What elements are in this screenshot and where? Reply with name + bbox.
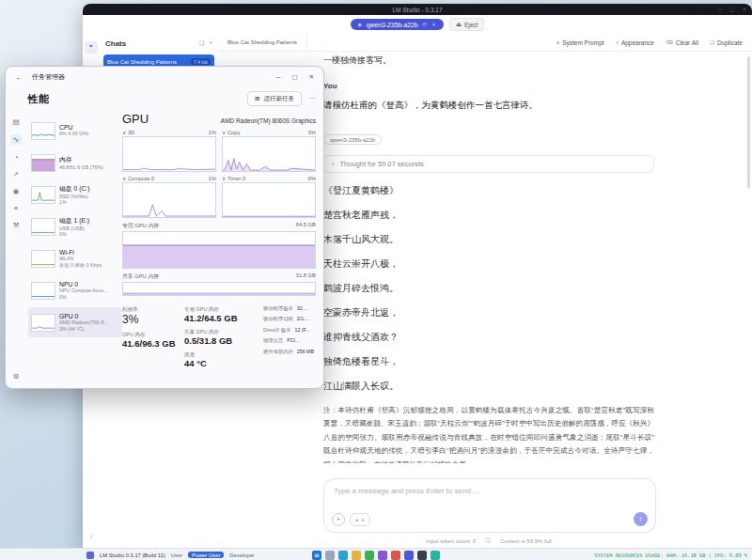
perf-item-disk1[interactable]: 磁盘 1 (E:) USB (USB) 0%	[28, 211, 122, 241]
duplicate-button[interactable]: ❏ Duplicate	[710, 39, 743, 46]
back-icon[interactable]: ←	[15, 73, 23, 82]
perf-item-memory[interactable]: 内存 46.8/61.6 GB (76%)	[28, 148, 122, 178]
settings-taskbar-icon[interactable]	[431, 551, 440, 560]
mode-power-user[interactable]: Power User	[188, 552, 224, 558]
lmstudio-title: LM Studio - 0.3.17	[392, 7, 442, 13]
info-icon[interactable]: ⓘ	[485, 537, 491, 545]
chevron-down-icon[interactable]: ∨	[122, 130, 126, 135]
startup-apps-icon[interactable]: ↗	[13, 170, 19, 179]
shared-stat-label: 共享 GPU 内存	[184, 329, 263, 335]
downloads-icon[interactable]: ↓	[83, 532, 100, 540]
perf-item-gpu0-selected[interactable]: GPU 0 AMD Radeon(TM) 8... 3% (44 °C)	[28, 307, 122, 337]
poem-line: 独倚危楼看星斗，	[323, 355, 654, 368]
performance-icon[interactable]: ∿	[10, 134, 22, 145]
eject-button[interactable]: ⏏ Eject	[449, 18, 485, 31]
chevron-down-icon[interactable]: ∨	[122, 176, 126, 181]
lmstudio-statusbar: LM Studio 0.3.17 (Build 11) User Power U…	[86, 549, 255, 560]
mode-developer[interactable]: Developer	[229, 552, 254, 558]
perf-item-sub: 46.8/61.6 GB (76%)	[59, 164, 103, 171]
reload-model-icon[interactable]: ⟳	[423, 22, 428, 27]
perf-item-name: Wi-Fi	[59, 249, 102, 256]
model-selector[interactable]: ◆ qwen3-235b-a22b ⟳ ✕	[351, 19, 444, 30]
desktop: LM Studio - 0.3.17 ─ ▢ ✕ ◆ qwen3-235b-a2…	[0, 0, 752, 560]
perf-item-disk0[interactable]: 磁盘 0 (C:) SSD (NVMe) 1%	[28, 179, 122, 210]
perf-item-sub: 9% 4.39 GHz	[59, 131, 89, 137]
start-button[interactable]: ⊞	[312, 551, 321, 560]
maximize-icon[interactable]: ▢	[291, 73, 297, 81]
performance-header: 性能 ⊞ 运行新任务 ⋯	[28, 87, 316, 110]
settings-gear-icon[interactable]: ⚙	[6, 372, 26, 381]
more-menu-icon[interactable]: ⋯	[309, 95, 316, 102]
tab-blue-cat-shedding-patterns[interactable]: Blue Cat Shedding Patterns	[218, 34, 307, 51]
search-icon[interactable]	[325, 551, 335, 560]
chat-icon[interactable]: ❞	[85, 41, 98, 54]
processes-icon[interactable]: ▤	[12, 117, 19, 126]
task-manager-window: ← 任务管理器 ─ ▢ ✕ 性能 ⊞ 运行新任务 ⋯ ▤ ∿ ◔ ↗ ◉ ≡ ⚒…	[5, 66, 324, 389]
perf-item-sub2: 0%	[59, 231, 89, 238]
edge-browser-icon[interactable]	[365, 551, 374, 560]
maximize-icon[interactable]: ▢	[729, 7, 734, 12]
temperature-label: 温度	[184, 351, 263, 358]
cpu-sparkline	[31, 122, 55, 140]
close-icon[interactable]: ✕	[309, 73, 314, 81]
page-title: 性能	[28, 92, 49, 106]
perf-item-name: 磁盘 0 (C:)	[59, 184, 89, 194]
attach-icon[interactable]: +	[332, 513, 345, 526]
task-manager-titlebar[interactable]: ← 任务管理器 ─ ▢ ✕	[6, 67, 323, 87]
perf-item-npu0[interactable]: NPU 0 NPU Compute Acce... 0%	[28, 275, 122, 305]
memory-sparkline	[31, 154, 55, 172]
user-message: 请模仿杜甫的《登高》，为黄鹤楼创作一首七言律诗。	[323, 100, 654, 112]
minimize-icon[interactable]: ─	[276, 73, 281, 81]
gpu-heading: GPU	[122, 112, 149, 126]
users-icon[interactable]: ◉	[13, 187, 20, 195]
services-icon[interactable]: ⚒	[13, 221, 20, 229]
message-input[interactable]: Type a message and press Enter to send .…	[323, 478, 656, 533]
mail-icon[interactable]	[391, 551, 400, 560]
engine-label: Copy	[227, 130, 241, 135]
unload-model-icon[interactable]: ✕	[431, 22, 436, 27]
send-button[interactable]: ↑	[634, 512, 648, 526]
chevron-down-icon[interactable]: ∨	[222, 176, 226, 181]
appearance-button[interactable]: ◑ Appearance	[616, 39, 654, 46]
engine-label: Timer 0	[227, 176, 245, 181]
store-icon[interactable]	[378, 551, 387, 560]
previous-message-tail: 一楼独倚接客写。	[323, 54, 654, 67]
terminal-icon[interactable]	[417, 551, 427, 560]
chat-item-token-badge: 7.4 tok	[191, 58, 211, 65]
task-view-icon[interactable]	[338, 551, 348, 560]
driver-version-value: 32....	[297, 305, 308, 312]
details-icon[interactable]: ≡	[14, 204, 18, 212]
user-role-label: You	[323, 82, 654, 90]
close-icon[interactable]: ✕	[742, 7, 746, 12]
disk1-sparkline	[31, 218, 55, 236]
app-history-icon[interactable]: ◔	[14, 153, 19, 162]
thought-collapse[interactable]: › Thought for 59.07 seconds	[323, 155, 654, 173]
dedicated-memory-label: 专用 GPU 内存	[122, 222, 159, 230]
file-explorer-icon[interactable]	[352, 551, 361, 560]
physical-location-label: 物理位置	[263, 337, 283, 344]
mode-user[interactable]: User	[171, 552, 182, 558]
input-token-count: Input token count: 0	[426, 538, 476, 544]
run-task-icon: ⊞	[255, 95, 259, 102]
perf-item-cpu[interactable]: CPU 9% 4.39 GHz	[28, 116, 122, 146]
perf-item-sub2: 0%	[59, 294, 108, 301]
clear-all-button[interactable]: ⌫ Clear All	[666, 39, 698, 46]
voice-input-pill[interactable]: ● ≋	[350, 513, 370, 526]
chevron-down-icon[interactable]: ∨	[222, 130, 226, 135]
new-chat-icon[interactable]: +	[209, 39, 212, 47]
perf-item-wifi[interactable]: Wi-Fi WLAN 发送 0 接收 0 Kbps	[28, 243, 122, 273]
perf-item-name: NPU 0	[59, 281, 108, 288]
dedicated-stat-value: 41.2/64.5 GB	[184, 313, 263, 323]
new-folder-icon[interactable]: ❏	[198, 39, 204, 47]
shared-memory-label: 共享 GPU 内存	[122, 272, 159, 281]
run-new-task-button[interactable]: ⊞ 运行新任务	[247, 91, 302, 106]
minimize-icon[interactable]: ─	[718, 7, 722, 12]
shared-memory-max: 31.8 GB	[296, 272, 316, 281]
chat-scrollbar[interactable]	[747, 56, 750, 188]
lmstudio-titlebar[interactable]: LM Studio - 0.3.17 ─ ▢ ✕	[83, 4, 752, 15]
input-meta-row: Input token count: 0 ⓘ Context is 59.5% …	[323, 537, 654, 545]
chats-header: Chats ❏ +	[100, 34, 218, 53]
lmstudio-taskbar-icon[interactable]	[404, 551, 414, 560]
system-prompt-button[interactable]: ≡ System Prompt	[556, 39, 604, 46]
gpu-memory-value: 41.6/96.3 GB	[122, 338, 184, 349]
